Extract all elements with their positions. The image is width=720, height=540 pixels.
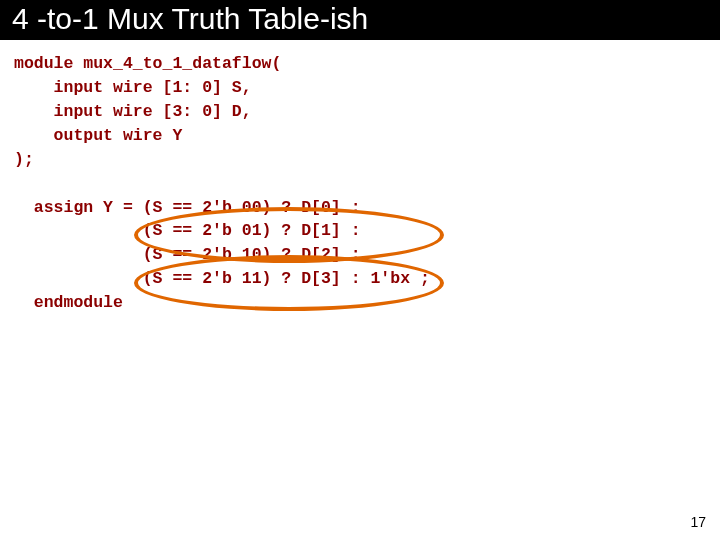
code-block: module mux_4_to_1_dataflow( input wire [… xyxy=(14,52,706,315)
code-line-11: endmodule xyxy=(14,293,123,312)
code-line-4: output wire Y xyxy=(14,126,182,145)
code-line-8: (S == 2'b 01) ? D[1] : xyxy=(14,221,361,240)
code-line-1: module mux_4_to_1_dataflow( xyxy=(14,54,281,73)
code-line-7: assign Y = (S == 2'b 00) ? D[0] : xyxy=(14,198,361,217)
code-line-3: input wire [3: 0] D, xyxy=(14,102,252,121)
code-wrap: module mux_4_to_1_dataflow( input wire [… xyxy=(14,52,706,315)
slide-title: 4 -to-1 Mux Truth Table-ish xyxy=(12,2,368,35)
code-line-2: input wire [1: 0] S, xyxy=(14,78,252,97)
code-line-9: (S == 2'b 10) ? D[2] : xyxy=(14,245,361,264)
slide-content: module mux_4_to_1_dataflow( input wire [… xyxy=(0,40,720,327)
code-line-10: (S == 2'b 11) ? D[3] : 1'bx ; xyxy=(14,269,430,288)
code-line-5: ); xyxy=(14,150,34,169)
page-number: 17 xyxy=(690,514,706,530)
slide-title-bar: 4 -to-1 Mux Truth Table-ish xyxy=(0,0,720,40)
